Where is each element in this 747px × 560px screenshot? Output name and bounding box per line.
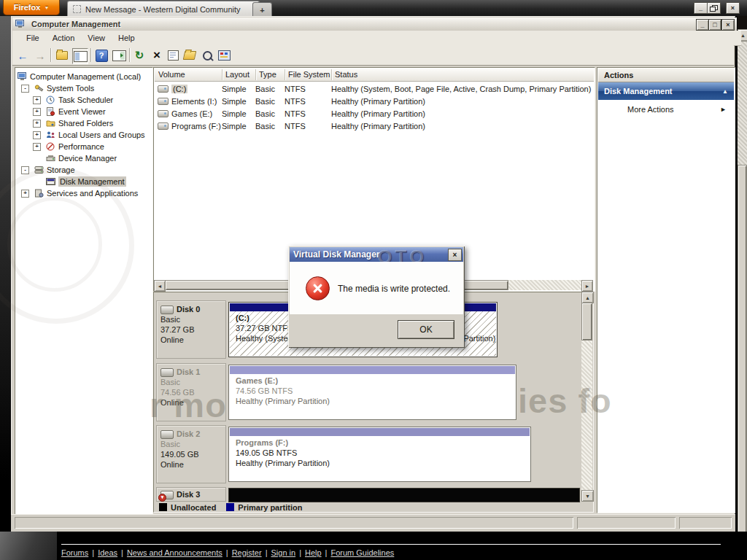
manage-icon[interactable] [217,48,231,63]
browser-close-button[interactable]: × [726,2,740,14]
volume-icon [158,110,169,117]
storage-icon [34,166,44,174]
column-header-type[interactable]: Type [259,70,276,79]
volume-row[interactable]: (C:) Simple Basic NTFS Healthy (System, … [155,82,594,95]
collapse-icon[interactable]: ▲ [722,88,728,95]
restore-icon [710,7,716,12]
minimize-button[interactable]: _ [696,19,709,31]
tree-item-device-manager[interactable]: Device Manager [15,152,152,164]
disk2-partition-programs[interactable]: Programs (F:) 149.05 GB NTFS Healthy (Pr… [228,427,531,482]
virtual-disk-manager-dialog: Virtual Disk Manager OTO × The media is … [288,246,465,348]
more-actions-item[interactable]: More Actions ► [598,103,734,116]
show-action-pane-icon[interactable] [112,48,126,63]
tree-expander[interactable]: + [33,108,41,116]
column-header-status[interactable]: Status [335,70,357,79]
browser-restore-button[interactable] [707,2,721,14]
column-header-volume[interactable]: Volume [158,70,185,79]
ok-button[interactable]: OK [398,320,454,339]
tree-expander[interactable]: - [21,166,29,174]
disk0-label-box[interactable]: Disk 0 Basic 37.27 GB Online [156,300,226,359]
column-header-layout[interactable]: Layout [225,70,249,79]
footer-link-help[interactable]: Help [305,548,322,557]
tree-item-services-and-applications[interactable]: + Services and Applications [15,187,152,199]
footer-link-forum-guidelines[interactable]: Forum Guidelines [330,548,394,557]
volume-name: Programs (F:) [171,122,221,131]
tree-item-system-tools[interactable]: - System Tools [15,82,152,94]
tree-item-task-scheduler[interactable]: + Task Scheduler [15,94,152,106]
tree-expander[interactable]: + [33,120,41,128]
volume-row[interactable]: Games (E:) Simple Basic NTFS Healthy (Pr… [155,107,594,120]
browser-scrollbar[interactable]: ▲ ▼ [738,16,747,560]
screen: Firefox ▼ New Message - Western Digital … [0,0,747,560]
open-icon[interactable] [182,48,197,63]
menu-item-file[interactable]: File [20,34,46,42]
scroll-up-button[interactable]: ▲ [581,292,594,303]
export-list-icon[interactable] [55,48,69,63]
disk-management-action-group[interactable]: Disk Management ▲ [598,82,734,100]
maximize-button[interactable]: □ [708,19,721,31]
tree-expander[interactable]: - [21,85,29,93]
tree-item-event-viewer[interactable]: + Event Viewer [15,106,152,117]
tree-item-disk-management[interactable]: Disk Management [15,176,152,187]
performance-icon [46,142,55,151]
delete-icon[interactable]: × [150,48,164,63]
disk-pane-vscrollbar[interactable]: ▲ ▼ [581,292,592,502]
legend-unallocated-label: Unallocated [171,503,216,512]
scroll-right-button[interactable]: ► [581,280,593,292]
footer-divider [61,544,721,545]
console-tree-icon[interactable] [72,48,88,64]
disk3-unallocated-bar[interactable] [228,488,580,502]
tree-item-shared-folders[interactable]: + Shared Folders [15,117,152,129]
tree-item-computer-management[interactable]: Computer Management (Local) [15,71,152,82]
footer-link-register[interactable]: Register [232,548,262,557]
column-header-file-system[interactable]: File System [288,70,330,79]
page-tab[interactable]: New Message - Western Digital Community [67,1,260,17]
disk1-partition-games[interactable]: Games (E:) 74.56 GB NTFS Healthy (Primar… [228,365,516,420]
tree-expander[interactable]: + [33,131,41,139]
new-tab-button[interactable]: + [252,2,272,17]
volume-row[interactable]: Elements (I:) Simple Basic NTFS Healthy … [155,95,594,107]
find-icon[interactable] [200,48,214,63]
disk2-label-box[interactable]: Disk 2 Basic 149.05 GB Online [156,425,226,483]
error-icon [306,276,330,300]
toolbar-separator [129,48,131,62]
disk-icon [160,306,174,314]
menu-item-action[interactable]: Action [46,34,82,42]
tree-item-local-users-and-groups[interactable]: + Local Users and Groups [15,129,152,141]
footer-link-forums[interactable]: Forums [61,548,88,557]
close-button[interactable]: × [721,19,735,31]
vscrollbar-thumb[interactable] [581,303,592,341]
dialog-close-button[interactable]: × [448,249,462,261]
tree-item-storage[interactable]: - Storage [15,164,152,176]
page-left-edge [0,16,11,560]
refresh-icon[interactable]: ↻ [132,48,147,63]
computer-icon [15,20,25,28]
scroll-down-button[interactable]: ▼ [581,490,594,502]
firefox-menu-button[interactable]: Firefox ▼ [3,0,60,15]
dialog-title: Virtual Disk Manager [293,249,380,260]
disk-icon [160,368,174,377]
properties-icon[interactable] [166,48,180,63]
footer-link-news[interactable]: News and Announcements [127,548,222,557]
menu-item-help[interactable]: Help [112,34,142,42]
tree-item-performance[interactable]: + Performance [15,141,152,152]
menu-item-view[interactable]: View [81,34,112,42]
footer-link-ideas[interactable]: Ideas [98,548,117,557]
volume-row[interactable]: Programs (F:) Simple Basic NTFS Healthy … [155,120,594,132]
partition-body: Games (E:) 74.56 GB NTFS Healthy (Primar… [230,374,515,419]
browser-minimize-button[interactable]: _ [694,2,708,14]
back-icon[interactable]: ← [15,48,30,63]
scroll-left-button[interactable]: ◄ [154,280,166,292]
window-title-bar[interactable]: Computer Management [12,18,737,31]
footer-link-sign-in[interactable]: Sign in [271,548,295,557]
forward-icon[interactable]: → [33,48,47,63]
tree-expander[interactable]: + [21,190,29,198]
legend-unallocated-swatch [159,503,167,511]
tree-expander[interactable]: + [33,96,41,104]
dialog-title-bar[interactable]: Virtual Disk Manager OTO × [290,247,463,262]
disk3-label-box[interactable]: ▾Disk 3 [156,487,226,502]
browser-scrollbar-thumb[interactable] [738,165,747,545]
tree-expander[interactable]: + [33,143,41,151]
help-icon[interactable]: ? [94,48,109,63]
disk1-label-box[interactable]: Disk 1 Basic 74.56 GB Online [156,363,226,421]
